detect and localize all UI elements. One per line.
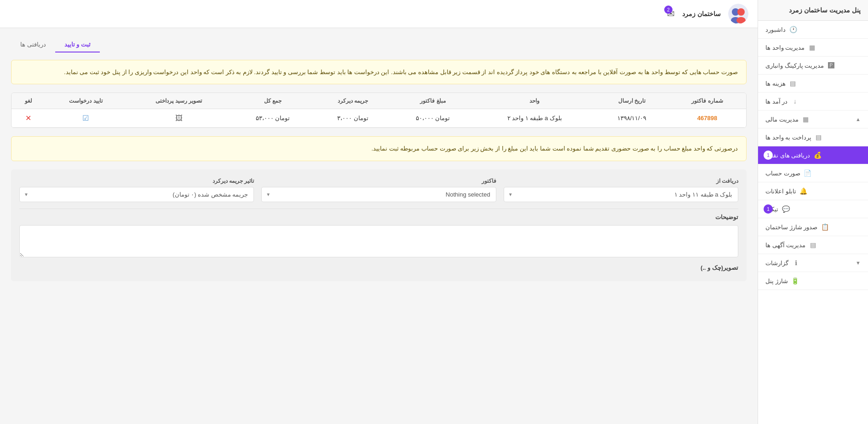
sidebar-item-label: تابلو اعلانات — [765, 188, 796, 195]
form-col-receive-from: دریافت از بلوک a طبقه ۱۱ واحد ۱ — [504, 178, 738, 202]
form-col-late-fee: تاثیر جریمه دیرکرد جریمه مشخص شده (۰ توم… — [19, 178, 254, 202]
cash-receive-form: دریافت از بلوک a طبقه ۱۱ واحد ۱ فاکتور N… — [11, 169, 747, 281]
alert-info-2: درصورتی که واحد مبلغ حساب را به صورت حضو… — [11, 136, 747, 161]
receipt-image-icon[interactable]: 🖼 — [175, 114, 183, 122]
invoice-label: فاکتور — [261, 178, 496, 184]
header: ساختمان زمرد ✉ 2 — [0, 0, 758, 28]
sidebar-item-pay-units[interactable]: ▤ پرداخت به واحد ها — [758, 128, 868, 146]
sidebar-item-invoice[interactable]: 📄 صورت حساب — [758, 164, 868, 182]
sidebar-title: پنل مدیریت ساختمان زمرد — [758, 0, 868, 21]
ticket-icon: 💬 — [782, 205, 789, 213]
income-icon: ↓ — [791, 98, 799, 105]
notification-badge: 2 — [664, 6, 673, 14]
sidebar-item-reports[interactable]: ▼ ℹ گزارشات — [758, 254, 868, 272]
sidebar-item-ads[interactable]: ▤ مدیریت آگهی ها — [758, 236, 868, 254]
reports-icon: ℹ — [792, 259, 799, 267]
invoices-table: شماره فاکتور تاریخ ارسال واحد مبلغ فاکتو… — [11, 93, 746, 128]
sidebar-item-ticket[interactable]: 1 💬 تیکت — [758, 200, 868, 218]
expenses-icon: ▤ — [789, 80, 797, 87]
image-label: تصویر(چک و ..) — [19, 264, 738, 271]
sidebar-item-label: مدیریت آگهی ها — [765, 242, 805, 249]
col-header-confirm: تایید درخواست — [45, 93, 126, 109]
sidebar-item-label: داشبورد — [765, 26, 786, 33]
late-fee-label: تاثیر جریمه دیرکرد — [19, 178, 254, 184]
sidebar-item-label: صورت حساب — [765, 170, 800, 177]
units-icon: ▦ — [808, 44, 816, 51]
avatar — [728, 4, 748, 24]
sidebar-item-dashboard[interactable]: 🕐 داشبورد — [758, 21, 868, 39]
tabs: ثبت و تایید دریافتی ها — [11, 37, 747, 52]
col-header-late-fee: جریمه دیرکرد — [314, 93, 391, 109]
parking-icon: 🅿 — [828, 62, 835, 69]
sidebar-item-charge-panel[interactable]: 🔋 شارژ پنل — [758, 272, 868, 290]
sidebar: پنل مدیریت ساختمان زمرد 🕐 داشبورد ▦ مدیر… — [758, 0, 868, 424]
svg-point-2 — [737, 8, 745, 16]
col-header-invoice-number: شماره فاکتور — [668, 93, 746, 109]
form-row-top: دریافت از بلوک a طبقه ۱۱ واحد ۱ فاکتور N… — [19, 178, 738, 202]
sidebar-item-cash-receive[interactable]: 1 💰 دریافتی های نقدی — [758, 146, 868, 164]
col-header-send-date: تاریخ ارسال — [595, 93, 668, 109]
cash-receive-icon: 💰 — [814, 151, 821, 159]
col-header-unit: واحد — [474, 93, 595, 109]
sidebar-item-label: شارژ پنل — [765, 278, 788, 285]
invoices-table-wrap: شماره فاکتور تاریخ ارسال واحد مبلغ فاکتو… — [11, 93, 747, 128]
cell-confirm[interactable]: ☑ — [45, 109, 126, 128]
description-label: توضیحات — [19, 214, 738, 221]
sidebar-item-label: مدیریت پارکینگ وانباری — [765, 62, 824, 69]
col-header-total: جمع کل — [231, 93, 314, 109]
sidebar-item-financial[interactable]: ▲ ▦ مدیریت مالی — [758, 110, 868, 128]
header-title: ساختمان زمرد — [682, 10, 721, 17]
cell-late-fee: تومان ۳،۰۰۰ — [314, 109, 391, 128]
ads-icon: ▤ — [809, 241, 816, 249]
receive-from-select[interactable]: بلوک a طبقه ۱۱ واحد ۱ — [504, 187, 738, 202]
content-area: ثبت و تایید دریافتی ها صورت حساب هایی که… — [0, 28, 758, 424]
sidebar-item-label: گزارشات — [765, 260, 788, 267]
main-area: ساختمان زمرد ✉ 2 ثبت و تایید دریافتی ها … — [0, 0, 758, 424]
cell-invoice-number: 467898 — [668, 109, 746, 128]
col-header-receipt: تصویر رسید پرداختی — [126, 93, 231, 109]
sidebar-item-parking[interactable]: 🅿 مدیریت پارکینگ وانباری — [758, 57, 868, 75]
sidebar-item-label: در آمد ها — [765, 98, 788, 105]
late-fee-select[interactable]: جریمه مشخص شده (۰ تومان) — [19, 187, 254, 202]
pay-units-icon: ▤ — [815, 134, 822, 141]
charge-issue-icon: 📋 — [821, 223, 828, 231]
cell-total: تومان ۵۳،۰۰۰ — [231, 109, 314, 128]
alert-info-1: صورت حساب هایی که توسط واحد ها به صورت آ… — [11, 60, 747, 84]
description-textarea[interactable] — [19, 225, 738, 257]
invoice-icon: 📄 — [804, 169, 811, 177]
sidebar-item-label: صدور شارژ ساختمان — [765, 224, 817, 231]
cancel-x-icon[interactable]: ✕ — [25, 114, 31, 122]
col-header-cancel: لغو — [11, 93, 45, 109]
sidebar-item-income[interactable]: ↓ در آمد ها — [758, 93, 868, 110]
svg-point-4 — [736, 17, 746, 23]
tab-register[interactable]: ثبت و تایید — [55, 37, 100, 52]
invoice-select[interactable]: Nothing selected — [261, 187, 496, 202]
confirm-check-icon[interactable]: ☑ — [82, 114, 89, 122]
sidebar-item-label: مدیریت واحد ها — [765, 44, 805, 51]
sidebar-item-expenses[interactable]: ▤ هزینه ها — [758, 75, 868, 93]
cash-receive-badge: 1 — [764, 151, 773, 160]
sidebar-item-units[interactable]: ▦ مدیریت واحد ها — [758, 39, 868, 57]
cell-invoice-amount: تومان ۵۰،۰۰۰ — [391, 109, 474, 128]
sidebar-item-label: پرداخت به واحد ها — [765, 134, 811, 141]
dashboard-icon: 🕐 — [789, 26, 797, 33]
cell-receipt[interactable]: 🖼 — [126, 109, 231, 128]
cell-send-date: ۱۳۹۸/۱۱/۰۹ — [595, 109, 668, 128]
bulletin-icon: 🔔 — [800, 187, 807, 195]
financial-icon: ▦ — [802, 116, 810, 123]
sidebar-item-bulletin[interactable]: 🔔 تابلو اعلانات — [758, 182, 868, 200]
tab-received[interactable]: دریافتی ها — [11, 37, 55, 52]
cell-cancel[interactable]: ✕ — [11, 109, 45, 128]
ticket-badge: 1 — [764, 204, 773, 214]
col-header-invoice-amount: مبلغ فاکتور — [391, 93, 474, 109]
sidebar-item-charge-issue[interactable]: 📋 صدور شارژ ساختمان — [758, 218, 868, 236]
form-divider — [19, 209, 738, 209]
form-description-section: توضیحات — [19, 214, 738, 259]
cell-unit: بلوک a طبقه ۱ واحد ۲ — [474, 109, 595, 128]
receive-from-label: دریافت از — [504, 178, 738, 184]
form-image-section: تصویر(چک و ..) — [19, 264, 738, 271]
notification-button[interactable]: ✉ 2 — [667, 8, 675, 19]
table-row: 467898 ۱۳۹۸/۱۱/۰۹ بلوک a طبقه ۱ واحد ۲ ت… — [11, 109, 746, 128]
form-col-invoice: فاکتور Nothing selected — [261, 178, 496, 202]
sidebar-item-label: مدیریت مالی — [765, 116, 799, 123]
